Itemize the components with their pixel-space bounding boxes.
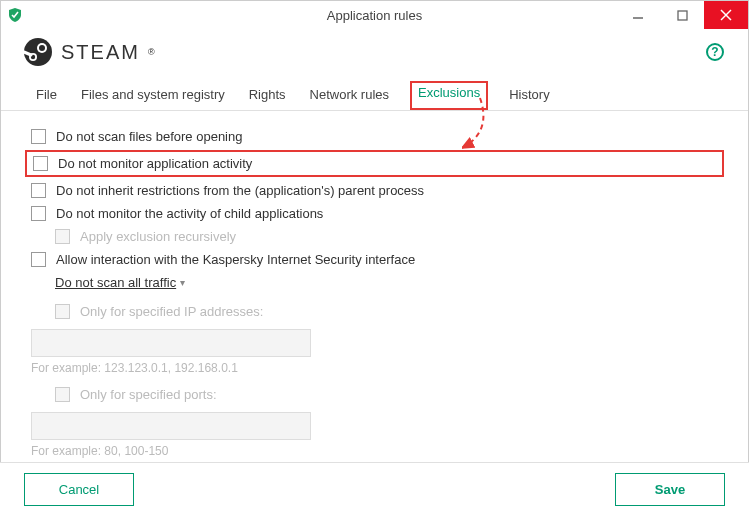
option-no-scan-before-open[interactable]: Do not scan files before opening bbox=[31, 125, 718, 148]
option-no-inherit-restrictions[interactable]: Do not inherit restrictions from the (ap… bbox=[31, 179, 718, 202]
shield-icon bbox=[7, 7, 23, 23]
option-label: Do not scan files before opening bbox=[56, 129, 242, 144]
exclusions-panel: Do not scan files before opening Do not … bbox=[1, 111, 748, 476]
scan-traffic-dropdown[interactable]: Do not scan all traffic bbox=[55, 275, 176, 290]
ports-input-group: For example: 80, 100-150 bbox=[31, 412, 718, 458]
option-apply-recursively: Apply exclusion recursively bbox=[31, 225, 718, 248]
option-only-ip: Only for specified IP addresses: bbox=[31, 300, 718, 323]
checkbox[interactable] bbox=[31, 206, 46, 221]
option-label: Only for specified ports: bbox=[80, 387, 217, 402]
option-label: Only for specified IP addresses: bbox=[80, 304, 263, 319]
option-label: Allow interaction with the Kaspersky Int… bbox=[56, 252, 415, 267]
close-button[interactable] bbox=[704, 1, 748, 29]
registered-icon: ® bbox=[148, 47, 155, 57]
checkbox[interactable] bbox=[31, 183, 46, 198]
steam-logo: STEAM ® bbox=[23, 37, 155, 67]
app-header: STEAM ® ? bbox=[1, 29, 748, 67]
ip-addresses-input bbox=[31, 329, 311, 357]
footer: Cancel Save bbox=[0, 462, 749, 516]
svg-rect-1 bbox=[678, 11, 687, 20]
option-label: Do not monitor application activity bbox=[58, 156, 252, 171]
option-allow-interaction[interactable]: Allow interaction with the Kaspersky Int… bbox=[31, 248, 718, 271]
checkbox bbox=[55, 387, 70, 402]
tab-rights[interactable]: Rights bbox=[246, 83, 289, 110]
option-label: Apply exclusion recursively bbox=[80, 229, 236, 244]
chevron-down-icon: ▾ bbox=[180, 277, 185, 288]
checkbox bbox=[55, 229, 70, 244]
cancel-button[interactable]: Cancel bbox=[24, 473, 134, 506]
tab-exclusions[interactable]: Exclusions bbox=[410, 81, 488, 110]
checkbox[interactable] bbox=[33, 156, 48, 171]
tab-bar: File Files and system registry Rights Ne… bbox=[1, 67, 748, 111]
option-no-monitor-child[interactable]: Do not monitor the activity of child app… bbox=[31, 202, 718, 225]
checkbox[interactable] bbox=[31, 252, 46, 267]
option-no-scan-traffic[interactable]: Do not scan all traffic ▾ bbox=[31, 271, 718, 294]
option-label: Do not inherit restrictions from the (ap… bbox=[56, 183, 424, 198]
ports-hint: For example: 80, 100-150 bbox=[31, 444, 718, 458]
tab-file[interactable]: File bbox=[33, 83, 60, 110]
help-icon[interactable]: ? bbox=[706, 43, 724, 61]
svg-point-6 bbox=[39, 45, 45, 51]
steam-icon bbox=[23, 37, 53, 67]
app-name: STEAM bbox=[61, 41, 140, 64]
option-label: Do not monitor the activity of child app… bbox=[56, 206, 323, 221]
minimize-button[interactable] bbox=[616, 1, 660, 29]
checkbox bbox=[55, 304, 70, 319]
option-no-monitor-activity[interactable]: Do not monitor application activity bbox=[25, 150, 724, 177]
tab-history[interactable]: History bbox=[506, 83, 552, 110]
save-button[interactable]: Save bbox=[615, 473, 725, 506]
checkbox[interactable] bbox=[31, 129, 46, 144]
ip-input-group: For example: 123.123.0.1, 192.168.0.1 bbox=[31, 329, 718, 375]
ip-hint: For example: 123.123.0.1, 192.168.0.1 bbox=[31, 361, 718, 375]
tab-network[interactable]: Network rules bbox=[307, 83, 392, 110]
ports-input bbox=[31, 412, 311, 440]
titlebar: Application rules bbox=[1, 1, 748, 29]
maximize-button[interactable] bbox=[660, 1, 704, 29]
option-only-ports: Only for specified ports: bbox=[31, 383, 718, 406]
tab-registry[interactable]: Files and system registry bbox=[78, 83, 228, 110]
svg-point-4 bbox=[24, 38, 52, 66]
